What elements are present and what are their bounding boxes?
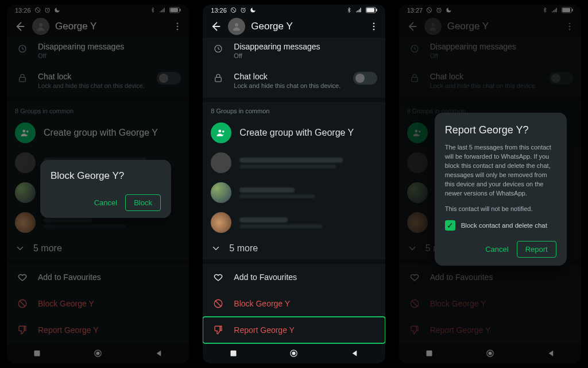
- block-button[interactable]: Block: [125, 194, 161, 211]
- nav-recents[interactable]: [227, 348, 239, 359]
- svg-rect-24: [366, 8, 374, 12]
- group-avatar: [211, 182, 231, 203]
- android-navbar: [203, 343, 385, 363]
- heart-icon: [213, 272, 223, 282]
- report-contact-row[interactable]: Report George Y: [203, 317, 385, 343]
- timer-icon: [213, 43, 223, 53]
- list-item[interactable]: [203, 208, 385, 237]
- chatlock-title: Chat lock: [234, 72, 345, 81]
- back-icon[interactable]: [208, 20, 222, 33]
- disappearing-messages-row[interactable]: Disappearing messages Off: [203, 37, 385, 67]
- block-delete-checkbox-row[interactable]: ✓ Block contact and delete chat: [445, 220, 556, 231]
- create-group-row[interactable]: Create group with George Y: [203, 118, 385, 148]
- lock-icon: [213, 73, 223, 83]
- contact-name[interactable]: George Y: [251, 21, 361, 32]
- statusbar: 13:26: [203, 5, 385, 16]
- block-dialog: Block George Y? Cancel Block: [40, 160, 171, 218]
- add-favourites-row[interactable]: Add to Favourites: [203, 264, 385, 290]
- cancel-button[interactable]: Cancel: [94, 198, 117, 207]
- overflow-icon[interactable]: [367, 20, 381, 33]
- thumbs-down-icon: [213, 325, 223, 335]
- status-time: 13:26: [211, 7, 227, 14]
- nav-back[interactable]: [349, 348, 361, 359]
- svg-point-27: [373, 26, 374, 28]
- screen-report-highlight: 13:26 George Y: [203, 5, 385, 363]
- create-group-label: Create group with George Y: [239, 128, 354, 138]
- svg-point-26: [373, 23, 374, 25]
- create-group-icon: [211, 122, 231, 143]
- chatlock-sub: Lock and hide this chat on this device.: [234, 82, 345, 89]
- svg-rect-23: [376, 9, 377, 11]
- moon-icon: [250, 7, 256, 13]
- more-label: 5 more: [229, 243, 258, 254]
- group-avatar: [211, 152, 231, 173]
- chat-header: George Y: [203, 16, 385, 37]
- report-dialog-body2: This contact will not be notified.: [445, 205, 556, 212]
- contact-avatar[interactable]: [228, 18, 245, 35]
- checkbox-checked-icon[interactable]: ✓: [445, 220, 455, 231]
- block-contact-row[interactable]: Block George Y: [203, 290, 385, 317]
- report-dialog-body: The last 5 messages from this contact wi…: [445, 143, 556, 198]
- group-avatar: [211, 212, 231, 233]
- svg-point-32: [222, 131, 225, 133]
- dnd-icon: [230, 7, 237, 13]
- block-dialog-title: Block George Y?: [51, 170, 161, 182]
- checkbox-label: Block contact and delete chat: [461, 222, 547, 229]
- disappearing-sub: Off: [234, 52, 377, 59]
- block-label: Block George Y: [234, 299, 290, 308]
- signal-icon: [355, 7, 362, 13]
- screen-block-dialog: 13:26 George Y: [7, 5, 189, 363]
- more-groups-row[interactable]: 5 more: [203, 237, 385, 259]
- svg-line-34: [215, 301, 222, 307]
- groups-header: 8 Groups in common: [203, 102, 385, 118]
- chevron-down-icon: [211, 243, 221, 254]
- cancel-button[interactable]: Cancel: [485, 245, 508, 254]
- svg-point-31: [219, 130, 222, 133]
- chat-lock-row[interactable]: Chat lock Lock and hide this chat on thi…: [203, 67, 385, 97]
- block-icon: [213, 298, 223, 309]
- chat-lock-toggle[interactable]: [353, 72, 377, 85]
- svg-rect-35: [230, 351, 236, 356]
- alarm-icon: [240, 7, 246, 13]
- nav-home[interactable]: [288, 348, 300, 359]
- svg-point-28: [373, 29, 374, 30]
- list-item[interactable]: [203, 148, 385, 178]
- report-button[interactable]: Report: [517, 241, 556, 258]
- svg-rect-30: [215, 78, 222, 82]
- list-item[interactable]: [203, 178, 385, 208]
- battery-icon: [366, 7, 377, 13]
- fav-label: Add to Favourites: [234, 273, 297, 282]
- svg-line-20: [231, 8, 235, 12]
- report-label: Report George Y: [234, 325, 295, 335]
- report-dialog: Report George Y? The last 5 messages fro…: [435, 113, 567, 266]
- screen-report-dialog: 13:27 George Y: [399, 5, 581, 363]
- svg-point-25: [235, 23, 238, 26]
- bluetooth-icon: [346, 7, 352, 13]
- report-dialog-title: Report George Y?: [445, 124, 556, 136]
- disappearing-title: Disappearing messages: [234, 42, 377, 51]
- svg-point-37: [292, 352, 295, 355]
